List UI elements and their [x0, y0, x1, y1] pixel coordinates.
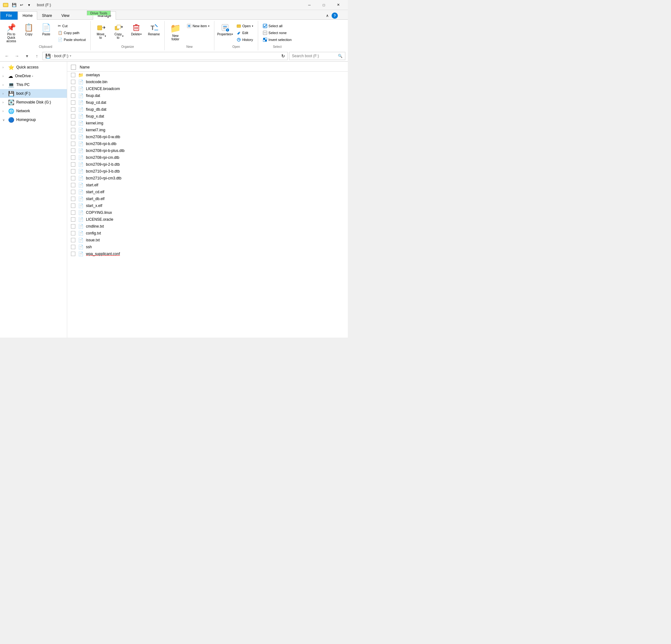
new-folder-button[interactable]: 📁 New folder — [167, 22, 183, 42]
file-checkbox[interactable] — [71, 224, 75, 228]
file-checkbox[interactable] — [71, 245, 75, 249]
file-checkbox[interactable] — [71, 169, 75, 174]
file-item[interactable]: 📄 config.txt — [67, 230, 348, 237]
file-checkbox[interactable] — [71, 155, 75, 160]
select-all-checkbox[interactable] — [71, 65, 76, 70]
file-checkbox[interactable] — [71, 211, 75, 215]
sidebar-item-quickaccess[interactable]: › ⭐ Quick access — [0, 63, 67, 72]
file-item[interactable]: 📄 bcm2708-rpi-b.dtb — [67, 140, 348, 147]
recent-locations-button[interactable]: ▾ — [23, 52, 31, 60]
address-path[interactable]: 💾 › boot (F:) ▾ ↻ — [42, 52, 288, 60]
sidebar-item-removabledisk(g:)[interactable]: › 💽 Removable Disk (G:) — [0, 98, 67, 106]
file-checkbox[interactable] — [71, 183, 75, 187]
file-item[interactable]: 📄 COPYING.linux — [67, 209, 348, 216]
file-checkbox[interactable] — [71, 135, 75, 139]
file-item[interactable]: 📄 bcm2708-rpi-b-plus.dtb — [67, 147, 348, 154]
sidebar-item-network[interactable]: › 🌐 Network — [0, 106, 67, 115]
file-item[interactable]: 📄 bcm2709-rpi-2-b.dtb — [67, 161, 348, 168]
file-item[interactable]: 📄 start_db.elf — [67, 195, 348, 202]
file-checkbox[interactable] — [71, 252, 75, 256]
file-checkbox[interactable] — [71, 142, 75, 146]
tab-view[interactable]: View — [56, 11, 74, 20]
sidebar-item-onedrive-[interactable]: › ☁ OneDrive - — [0, 72, 67, 80]
edit-button[interactable]: Edit — [235, 30, 255, 36]
file-item[interactable]: 📁 overlays — [67, 72, 348, 78]
rename-button[interactable]: T Rename — [145, 22, 162, 41]
sidebar-item-boot(f:)[interactable]: › 💾 boot (F:) — [0, 89, 67, 98]
file-checkbox[interactable] — [71, 203, 75, 208]
open-button[interactable]: Open ▾ — [235, 23, 255, 29]
history-button[interactable]: History — [235, 37, 255, 43]
select-all-button[interactable]: Select all — [261, 23, 294, 29]
file-checkbox[interactable] — [71, 107, 75, 112]
file-item[interactable]: 📄 LICENCE.broadcom — [67, 85, 348, 92]
file-item[interactable]: 📄 fixup_cd.dat — [67, 99, 348, 106]
file-checkbox[interactable] — [71, 87, 75, 91]
file-checkbox[interactable] — [71, 80, 75, 84]
file-checkbox[interactable] — [71, 93, 75, 98]
file-checkbox[interactable] — [71, 197, 75, 201]
tab-home[interactable]: Home — [18, 11, 37, 20]
file-item[interactable]: 📄 fixup.dat — [67, 92, 348, 99]
sidebar-item-homegroup[interactable]: ∨ 🔵 Homegroup — [0, 115, 67, 124]
select-none-button[interactable]: Select none — [261, 30, 294, 36]
help-button[interactable]: ? — [332, 13, 338, 19]
up-button[interactable]: ↑ — [33, 52, 41, 60]
file-checkbox[interactable] — [71, 73, 75, 77]
properties-button[interactable]: Properties ▾ — [217, 22, 233, 41]
file-checkbox[interactable] — [71, 238, 75, 242]
file-item[interactable]: 📄 start_x.elf — [67, 202, 348, 209]
qat-save-button[interactable]: 💾 — [11, 2, 17, 9]
file-item[interactable]: 📄 wpa_supplicant.conf — [67, 250, 348, 257]
move-to-button[interactable]: Move to ▾ — [93, 22, 110, 41]
file-checkbox[interactable] — [71, 231, 75, 236]
file-item[interactable]: 📄 kernel7.img — [67, 127, 348, 134]
delete-button[interactable]: Delete ▾ — [128, 22, 144, 41]
file-item[interactable]: 📄 bcm2710-rpi-cm3.dtb — [67, 175, 348, 182]
paste-button[interactable]: 📄 Paste — [38, 22, 54, 41]
file-checkbox[interactable] — [71, 162, 75, 167]
file-item[interactable]: 📄 start.elf — [67, 182, 348, 189]
file-checkbox[interactable] — [71, 128, 75, 132]
copy-path-button[interactable]: 📋 Copy path — [55, 30, 88, 36]
minimize-button[interactable]: ─ — [302, 0, 317, 10]
file-item[interactable]: 📄 issue.txt — [67, 237, 348, 243]
qat-undo-button[interactable]: ↩ — [18, 2, 25, 9]
tab-file[interactable]: File — [0, 11, 18, 20]
file-checkbox[interactable] — [71, 217, 75, 222]
back-button[interactable]: ← — [2, 52, 11, 60]
refresh-button[interactable]: ↻ — [281, 53, 285, 59]
new-item-button[interactable]: New item ▾ — [185, 23, 212, 29]
file-checkbox[interactable] — [71, 190, 75, 194]
ribbon-collapse-button[interactable]: ∧ — [324, 13, 330, 19]
file-item[interactable]: 📄 bootcode.bin — [67, 78, 348, 85]
paste-shortcut-button[interactable]: 📄 Paste shortcut — [55, 37, 88, 43]
pin-to-quick-access-button[interactable]: 📌 Pin to Quick access — [3, 22, 20, 45]
file-checkbox[interactable] — [71, 100, 75, 105]
file-item[interactable]: 📄 bcm2708-rpi-cm.dtb — [67, 154, 348, 161]
close-button[interactable]: ✕ — [331, 0, 345, 10]
maximize-button[interactable]: □ — [317, 0, 331, 10]
invert-selection-button[interactable]: Invert selection — [261, 37, 294, 43]
file-item[interactable]: 📄 ssh — [67, 243, 348, 250]
file-item[interactable]: 📄 start_cd.elf — [67, 189, 348, 195]
file-item[interactable]: 📄 bcm2708-rpi-0-w.dtb — [67, 134, 348, 140]
file-checkbox[interactable] — [71, 114, 75, 118]
file-item[interactable]: 📄 bcm2710-rpi-3-b.dtb — [67, 168, 348, 175]
tab-share[interactable]: Share — [37, 11, 56, 20]
file-checkbox[interactable] — [71, 149, 75, 153]
file-item[interactable]: 📄 fixup_x.dat — [67, 113, 348, 120]
copy-to-button[interactable]: Copy to ▾ — [111, 22, 127, 41]
search-input[interactable] — [292, 54, 337, 58]
cut-button[interactable]: ✂ Cut — [55, 23, 88, 29]
file-item[interactable]: 📄 kernel.img — [67, 120, 348, 127]
file-checkbox[interactable] — [71, 176, 75, 180]
file-item[interactable]: 📄 fixup_db.dat — [67, 106, 348, 113]
sidebar-item-thispc[interactable]: › 💻 This PC — [0, 80, 67, 89]
file-item[interactable]: 📄 cmdline.txt — [67, 223, 348, 230]
file-item[interactable]: 📄 LICENSE.oracle — [67, 216, 348, 223]
copy-button[interactable]: 📋 Copy — [21, 22, 37, 41]
qat-dropdown-button[interactable]: ▾ — [26, 2, 33, 9]
forward-button[interactable]: → — [13, 52, 21, 60]
file-checkbox[interactable] — [71, 121, 75, 125]
